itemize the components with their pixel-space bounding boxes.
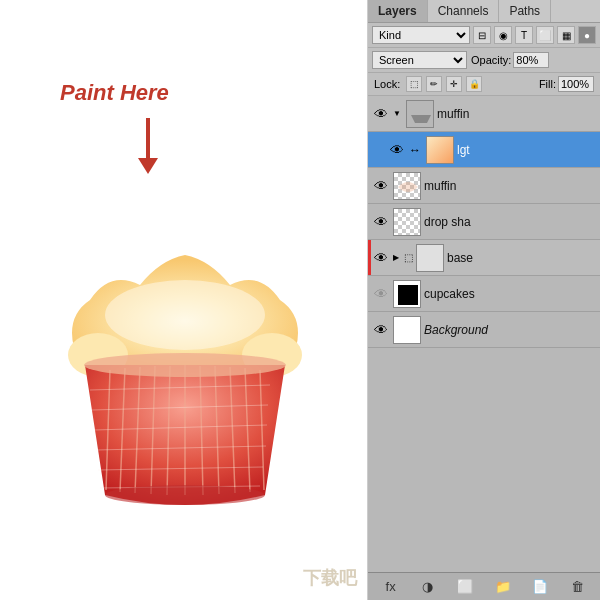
filter-icon-5[interactable]: ▦: [557, 26, 575, 44]
thumb-muffin-group: [406, 100, 434, 128]
panel-tabs: Layers Channels Paths: [368, 0, 600, 23]
opacity-group: Opacity: 80%: [471, 52, 549, 68]
thumb-base: [416, 244, 444, 272]
svg-rect-23: [417, 245, 444, 272]
fill-input[interactable]: 100%: [558, 76, 594, 92]
fill-label: Fill:: [539, 78, 556, 90]
layer-background[interactable]: 👁 Background: [368, 312, 600, 348]
delete-button[interactable]: 🗑: [567, 577, 587, 597]
svg-point-0: [105, 280, 265, 350]
lock-pixels-btn[interactable]: ⬚: [406, 76, 422, 92]
layer-name-base: base: [447, 251, 596, 265]
layer-drop-sha[interactable]: 👁 drop sha: [368, 204, 600, 240]
link-icon-lgt: ↔: [409, 143, 421, 157]
kind-filter-row: Kind ⊟ ◉ T ⬜ ▦ ●: [368, 23, 600, 48]
layer-name-muffin: muffin: [424, 179, 596, 193]
watermark: 下载吧: [303, 566, 357, 590]
base-group-arrow[interactable]: ▶: [393, 253, 399, 262]
lock-label: Lock:: [374, 78, 400, 90]
opacity-label: Opacity:: [471, 54, 511, 66]
layer-name-drop-sha: drop sha: [424, 215, 596, 229]
eye-muffin[interactable]: 👁: [372, 177, 390, 195]
eye-base[interactable]: 👁: [372, 249, 390, 267]
tab-paths[interactable]: Paths: [499, 0, 551, 22]
svg-rect-22: [407, 101, 434, 128]
layer-cupcakes[interactable]: 👁 cupcakes: [368, 276, 600, 312]
lock-paint-btn[interactable]: ✏: [426, 76, 442, 92]
link-icon-base: ⬚: [404, 252, 413, 263]
cupcake-illustration: [30, 200, 340, 540]
layer-base-group[interactable]: 👁 ▶ ⬚ base: [368, 240, 600, 276]
adjustment-button[interactable]: ◑: [418, 577, 438, 597]
group-button[interactable]: 📁: [493, 577, 513, 597]
filter-icon-4[interactable]: ⬜: [536, 26, 554, 44]
eye-drop-sha[interactable]: 👁: [372, 213, 390, 231]
thumb-muffin: [393, 172, 421, 200]
group-arrow[interactable]: ▼: [393, 109, 401, 118]
lock-move-btn[interactable]: ✛: [446, 76, 462, 92]
blend-mode-row: Screen Normal Multiply Overlay Opacity: …: [368, 48, 600, 73]
eye-background[interactable]: 👁: [372, 321, 390, 339]
svg-point-21: [105, 485, 265, 505]
filter-toggle[interactable]: ●: [578, 26, 596, 44]
filter-icon-2[interactable]: ◉: [494, 26, 512, 44]
filter-icon-3[interactable]: T: [515, 26, 533, 44]
blend-mode-select[interactable]: Screen Normal Multiply Overlay: [372, 51, 467, 69]
svg-point-20: [84, 353, 286, 377]
kind-filter-select[interactable]: Kind: [372, 26, 470, 44]
eye-cupcakes[interactable]: 👁: [372, 285, 390, 303]
thumb-background: [393, 316, 421, 344]
layer-name-lgt: lgt: [457, 143, 596, 157]
layer-lgt[interactable]: 👁 ↔ lgt: [368, 132, 600, 168]
layer-name-cupcakes: cupcakes: [424, 287, 596, 301]
fill-group: Fill: 100%: [539, 76, 594, 92]
bottom-toolbar: fx ◑ ⬜ 📁 📄 🗑: [368, 572, 600, 600]
thumb-cupcakes-outer: [393, 280, 421, 308]
thumb-lgt: [426, 136, 454, 164]
layer-name-muffin-group: muffin: [437, 107, 596, 121]
layer-muffin[interactable]: 👁 muffin: [368, 168, 600, 204]
mask-button[interactable]: ⬜: [455, 577, 475, 597]
filter-icon-1[interactable]: ⊟: [473, 26, 491, 44]
opacity-input[interactable]: 80%: [513, 52, 549, 68]
tab-channels[interactable]: Channels: [428, 0, 500, 22]
layer-name-background: Background: [424, 323, 596, 337]
layer-muffin-group[interactable]: 👁 ▼ muffin: [368, 96, 600, 132]
thumb-drop-sha: [393, 208, 421, 236]
fx-button[interactable]: fx: [381, 577, 401, 597]
layers-panel: Layers Channels Paths Kind ⊟ ◉ T ⬜ ▦ ● S…: [368, 0, 600, 600]
lock-all-btn[interactable]: 🔒: [466, 76, 482, 92]
eye-lgt[interactable]: 👁: [388, 141, 406, 159]
lock-icons: ⬚ ✏ ✛ 🔒: [406, 76, 482, 92]
new-layer-button[interactable]: 📄: [530, 577, 550, 597]
lock-row: Lock: ⬚ ✏ ✛ 🔒 Fill: 100%: [368, 73, 600, 96]
eye-muffin-group[interactable]: 👁: [372, 105, 390, 123]
paint-here-label: Paint Here: [60, 80, 169, 106]
layers-list: 👁 ▼ muffin 👁 ↔ lgt 👁 muffin: [368, 96, 600, 572]
canvas-area: Paint Here: [0, 0, 368, 600]
tab-layers[interactable]: Layers: [368, 0, 428, 22]
